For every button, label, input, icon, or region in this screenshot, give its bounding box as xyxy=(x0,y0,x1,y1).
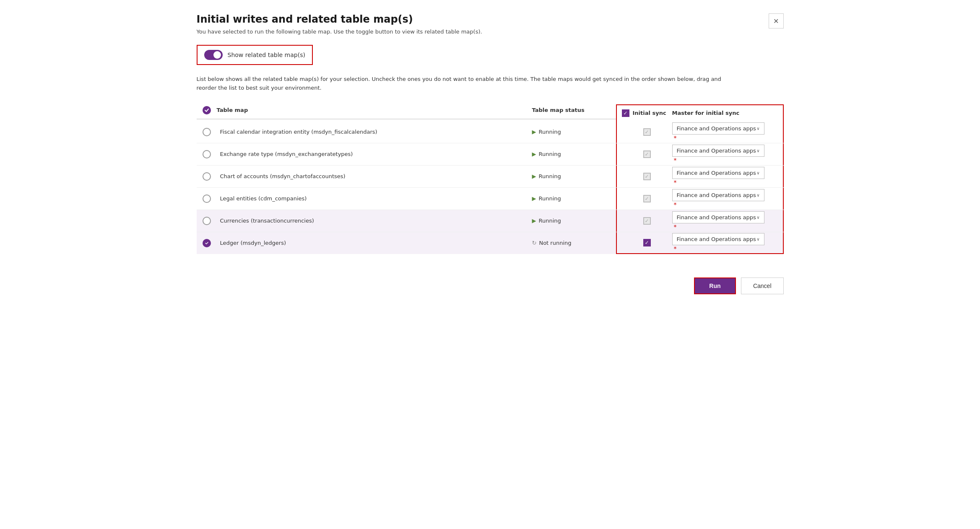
table-body: Fiscal calendar integration entity (msdy… xyxy=(197,121,784,254)
check-icon: ✓ xyxy=(645,196,649,202)
table-row: Legal entities (cdm_companies)▶Running✓F… xyxy=(197,188,784,210)
chevron-down-icon: ∨ xyxy=(756,126,759,131)
running-icon: ▶ xyxy=(532,151,536,157)
initial-sync-checkbox[interactable]: ✓ xyxy=(622,128,672,136)
row-left-cols: Chart of accounts (msdyn_chartofaccounts… xyxy=(197,166,616,187)
master-dropdown-wrapper: Finance and Operations apps∨* xyxy=(672,167,778,186)
dialog-subtitle: You have selected to run the following t… xyxy=(197,29,784,35)
radio-unchecked xyxy=(203,172,211,181)
check-icon: ✓ xyxy=(645,174,649,179)
master-dropdown[interactable]: Finance and Operations apps∨ xyxy=(672,189,764,201)
checkbox-grey: ✓ xyxy=(643,128,651,136)
initial-sync-checkbox[interactable]: ✓ xyxy=(622,173,672,180)
radio-unchecked xyxy=(203,217,211,225)
initial-sync-checkbox[interactable]: ✓ xyxy=(622,195,672,202)
footer-buttons: Run Cancel xyxy=(197,271,784,294)
description-text: List below shows all the related table m… xyxy=(197,75,742,93)
initial-sync-checkbox[interactable]: ✓ xyxy=(622,150,672,158)
required-star: * xyxy=(674,179,677,186)
not-running-icon: ↻ xyxy=(532,240,537,246)
col-header-table-map: Table map xyxy=(217,107,532,113)
dropdown-value: Finance and Operations apps xyxy=(677,148,756,154)
row-left-cols: Legal entities (cdm_companies)▶Running xyxy=(197,188,616,210)
master-dropdown[interactable]: Finance and Operations apps∨ xyxy=(672,122,764,135)
status-text: Running xyxy=(539,129,561,135)
header-left: Table map Table map status xyxy=(197,106,616,119)
row-table-map-name: Exchange rate type (msdyn_exchangeratety… xyxy=(217,151,532,157)
header-right: ✓ Initial sync Master for initial sync xyxy=(616,104,784,121)
row-status: ▶Running xyxy=(532,173,616,179)
row-right-cols: ✓Finance and Operations apps∨* xyxy=(616,188,784,210)
master-dropdown-wrapper: Finance and Operations apps∨* xyxy=(672,211,778,230)
table-row: Currencies (transactioncurrencies)▶Runni… xyxy=(197,210,784,232)
row-status: ▶Running xyxy=(532,195,616,202)
row-left-cols: Currencies (transactioncurrencies)▶Runni… xyxy=(197,210,616,232)
col-header-status: Table map status xyxy=(532,107,616,113)
radio-checked xyxy=(203,239,211,247)
row-select-checkbox[interactable] xyxy=(197,239,217,247)
row-status: ▶Running xyxy=(532,218,616,224)
status-text: Running xyxy=(539,218,561,224)
cancel-button[interactable]: Cancel xyxy=(741,277,784,294)
master-dropdown[interactable]: Finance and Operations apps∨ xyxy=(672,211,764,223)
chevron-down-icon: ∨ xyxy=(756,171,759,175)
master-dropdown[interactable]: Finance and Operations apps∨ xyxy=(672,167,764,179)
row-select-checkbox[interactable] xyxy=(197,172,217,181)
check-icon: ✓ xyxy=(645,129,649,135)
dropdown-value: Finance and Operations apps xyxy=(677,125,756,132)
initial-sync-checkbox[interactable]: ✓ xyxy=(622,217,672,225)
check-icon: ✓ xyxy=(623,110,627,116)
toggle-container[interactable]: Show related table map(s) xyxy=(197,45,313,65)
table-row: Fiscal calendar integration entity (msdy… xyxy=(197,121,784,143)
run-button[interactable]: Run xyxy=(694,277,736,294)
required-star: * xyxy=(674,201,677,208)
row-right-cols: ✓Finance and Operations apps∨* xyxy=(616,210,784,232)
row-select-checkbox[interactable] xyxy=(197,128,217,136)
running-icon: ▶ xyxy=(532,218,536,224)
row-left-cols: Exchange rate type (msdyn_exchangeratety… xyxy=(197,143,616,165)
row-select-checkbox[interactable] xyxy=(197,194,217,203)
close-icon: ✕ xyxy=(773,17,779,25)
row-status: ▶Running xyxy=(532,151,616,157)
header-initial-sync-checkbox[interactable]: ✓ xyxy=(622,109,629,117)
chevron-down-icon: ∨ xyxy=(756,148,759,153)
running-icon: ▶ xyxy=(532,195,536,202)
toggle-track xyxy=(204,50,223,60)
dropdown-value: Finance and Operations apps xyxy=(677,170,756,176)
chevron-down-icon: ∨ xyxy=(756,237,759,241)
required-star: * xyxy=(674,245,677,252)
checkbox-grey: ✓ xyxy=(643,217,651,225)
row-select-checkbox[interactable] xyxy=(197,150,217,158)
row-table-map-name: Chart of accounts (msdyn_chartofaccounts… xyxy=(217,173,532,179)
dialog-container: ✕ Initial writes and related table map(s… xyxy=(197,13,784,294)
row-select-checkbox[interactable] xyxy=(197,217,217,225)
master-dropdown[interactable]: Finance and Operations apps∨ xyxy=(672,145,764,157)
check-icon: ✓ xyxy=(645,151,649,157)
row-table-map-name: Currencies (transactioncurrencies) xyxy=(217,218,532,224)
chevron-down-icon: ∨ xyxy=(756,193,759,197)
select-all-checkbox[interactable] xyxy=(197,106,217,114)
master-dropdown-wrapper: Finance and Operations apps∨* xyxy=(672,145,778,163)
row-right-cols: ✓Finance and Operations apps∨* xyxy=(616,166,784,187)
dropdown-value: Finance and Operations apps xyxy=(677,192,756,198)
running-icon: ▶ xyxy=(532,129,536,135)
required-star: * xyxy=(674,135,677,141)
all-checked-icon xyxy=(203,106,211,114)
row-left-cols: Ledger (msdyn_ledgers)↻Not running xyxy=(197,232,616,254)
master-dropdown-wrapper: Finance and Operations apps∨* xyxy=(672,233,778,252)
radio-unchecked xyxy=(203,150,211,158)
chevron-down-icon: ∨ xyxy=(756,215,759,220)
radio-unchecked xyxy=(203,194,211,203)
status-text: Running xyxy=(539,173,561,179)
toggle-switch[interactable] xyxy=(204,50,223,60)
check-icon: ✓ xyxy=(645,218,649,224)
master-dropdown[interactable]: Finance and Operations apps∨ xyxy=(672,233,764,245)
running-icon: ▶ xyxy=(532,173,536,179)
row-table-map-name: Fiscal calendar integration entity (msdy… xyxy=(217,129,532,135)
initial-sync-checkbox[interactable]: ✓ xyxy=(622,239,672,246)
close-button[interactable]: ✕ xyxy=(769,13,784,29)
dropdown-value: Finance and Operations apps xyxy=(677,236,756,242)
checkbox-grey: ✓ xyxy=(643,173,651,180)
col-header-initial-sync: Initial sync xyxy=(633,110,666,116)
master-dropdown-wrapper: Finance and Operations apps∨* xyxy=(672,122,778,141)
